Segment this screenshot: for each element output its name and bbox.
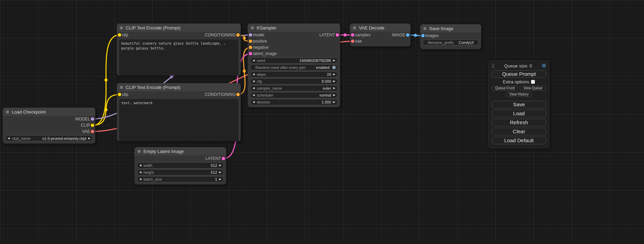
output-dot-latent[interactable] xyxy=(336,33,339,37)
widget-scheduler[interactable]: ◀ scheduler normal ▶ xyxy=(250,92,338,98)
increment-arrow-icon[interactable]: ▶ xyxy=(333,80,335,83)
decrement-arrow-icon[interactable]: ◀ xyxy=(253,87,255,90)
decrement-arrow-icon[interactable]: ◀ xyxy=(139,171,141,174)
node-title-bar[interactable]: Load Checkpoint xyxy=(3,108,95,116)
node-title-bar[interactable]: Empty Latent Image xyxy=(134,147,226,155)
node-collapse-dot[interactable] xyxy=(353,26,356,29)
increment-arrow-icon[interactable]: ▶ xyxy=(219,171,221,174)
increment-arrow-icon[interactable]: ▶ xyxy=(219,164,221,167)
output-dot-clip[interactable] xyxy=(91,124,94,127)
output-slot-model[interactable]: MODEL xyxy=(3,116,95,122)
node-collapse-dot[interactable] xyxy=(120,86,123,89)
output-dot-image[interactable] xyxy=(406,33,409,37)
node-title-bar[interactable]: CLIP Text Encode (Prompt) xyxy=(117,24,241,32)
decrement-arrow-icon[interactable]: ◀ xyxy=(253,59,255,62)
output-dot-vae[interactable] xyxy=(91,130,94,133)
output-slot-vae[interactable]: VAE xyxy=(3,128,95,135)
load-button[interactable]: Load xyxy=(492,110,546,117)
output-slot-latent[interactable]: LATENT xyxy=(134,155,226,162)
widget-name: width xyxy=(143,163,152,168)
increment-arrow-icon[interactable]: ▶ xyxy=(333,94,335,97)
node-clip-text-encode-positive[interactable]: CLIP Text Encode (Prompt) clip CONDITION… xyxy=(117,24,241,75)
input-dot-samples[interactable] xyxy=(351,33,354,37)
input-dot-images[interactable] xyxy=(421,34,425,37)
node-collapse-dot[interactable] xyxy=(423,27,426,30)
input-slot-negative[interactable]: negative xyxy=(248,44,340,51)
input-slot-images[interactable]: images xyxy=(420,33,481,39)
widget-height[interactable]: ◀ height 512 ▶ xyxy=(137,169,224,175)
node-vae-decode[interactable]: VAE Decode samples IMAGE vae xyxy=(350,24,411,46)
toggle-dot[interactable] xyxy=(332,66,336,69)
node-load-checkpoint[interactable]: Load Checkpoint MODEL CLIP VAE ◀ ckpt_na… xyxy=(3,108,95,144)
output-slot-clip[interactable]: CLIP xyxy=(3,122,95,128)
widget-seed[interactable]: ◀ seed 156680208700286 ▶ xyxy=(250,57,338,64)
node-ksampler[interactable]: KSampler model LATENT positive negative … xyxy=(248,24,340,107)
prompt-textarea[interactable]: beautiful scenery nature glass bottle la… xyxy=(119,39,238,75)
input-slot-positive[interactable]: positive xyxy=(248,38,340,44)
increment-arrow-icon[interactable]: ▶ xyxy=(333,101,335,103)
decrement-arrow-icon[interactable]: ◀ xyxy=(253,101,255,103)
prompt-textarea[interactable]: text, watermark xyxy=(119,99,238,141)
decrement-arrow-icon[interactable]: ◀ xyxy=(139,178,141,181)
increment-arrow-icon[interactable]: ▶ xyxy=(333,59,335,62)
node-title-bar[interactable]: VAE Decode xyxy=(350,24,411,32)
widget-width[interactable]: ◀ width 512 ▶ xyxy=(137,162,224,169)
input-slot-vae[interactable]: vae xyxy=(350,38,411,44)
queue-front-button[interactable]: Queue Front xyxy=(492,86,518,91)
widget-cfg[interactable]: ◀ cfg 8.000 ▶ xyxy=(250,78,338,84)
drag-handle-icon[interactable]: ⣿ xyxy=(492,63,495,68)
node-empty-latent-image[interactable]: Empty Latent Image LATENT ◀ width 512 ▶ … xyxy=(134,147,226,184)
widget-denoise[interactable]: ◀ denoise 1.000 ▶ xyxy=(250,99,338,105)
decrement-arrow-icon[interactable]: ◀ xyxy=(253,73,255,76)
node-collapse-dot[interactable] xyxy=(6,110,9,114)
output-dot-conditioning[interactable] xyxy=(236,93,240,96)
wire-midpoint-dot xyxy=(105,79,108,82)
widget-filename-prefix[interactable]: filename_prefix ComfyUI xyxy=(423,39,479,45)
input-dot-clip[interactable] xyxy=(118,93,121,96)
decrement-arrow-icon[interactable]: ◀ xyxy=(8,137,10,140)
input-slot-latent-image[interactable]: latent_image xyxy=(248,51,340,57)
increment-arrow-icon[interactable]: ▶ xyxy=(333,87,335,90)
settings-gear-icon[interactable]: ⚙ xyxy=(542,63,546,69)
output-dot-latent[interactable] xyxy=(222,157,225,160)
output-dot-conditioning[interactable] xyxy=(236,33,240,37)
input-dot-negative[interactable] xyxy=(249,46,252,49)
widget-sampler-name[interactable]: ◀ sampler_name euler ▶ xyxy=(250,85,338,91)
slot-row: model LATENT xyxy=(248,32,340,38)
node-collapse-dot[interactable] xyxy=(251,26,254,29)
queue-prompt-button[interactable]: Queue Prompt xyxy=(492,70,546,78)
widget-random-seed-toggle[interactable]: Random seed after every gen enabled xyxy=(250,64,338,71)
increment-arrow-icon[interactable]: ▶ xyxy=(333,73,335,76)
decrement-arrow-icon[interactable]: ◀ xyxy=(139,164,141,167)
node-clip-text-encode-negative[interactable]: CLIP Text Encode (Prompt) clip CONDITION… xyxy=(117,83,241,141)
view-queue-button[interactable]: View Queue xyxy=(520,86,546,91)
load-default-button[interactable]: Load Default xyxy=(492,137,546,144)
extra-options-checkbox[interactable] xyxy=(531,80,535,84)
input-dot-positive[interactable] xyxy=(249,39,252,43)
increment-arrow-icon[interactable]: ▶ xyxy=(219,178,221,181)
refresh-button[interactable]: Refresh xyxy=(492,119,546,126)
wire-midpoint-dot xyxy=(243,37,246,40)
node-title-bar[interactable]: CLIP Text Encode (Prompt) xyxy=(117,83,241,91)
clear-button[interactable]: Clear xyxy=(492,128,546,135)
widget-ckpt-name[interactable]: ◀ ckpt_name v1-5-pruned-emaonly.ckpt ▶ xyxy=(5,135,93,141)
input-dot-latent-image[interactable] xyxy=(249,52,252,55)
node-collapse-dot[interactable] xyxy=(138,150,141,153)
widget-steps[interactable]: ◀ steps 20 ▶ xyxy=(250,71,338,78)
node-title-bar[interactable]: KSampler xyxy=(248,24,340,32)
decrement-arrow-icon[interactable]: ◀ xyxy=(253,94,255,97)
increment-arrow-icon[interactable]: ▶ xyxy=(88,137,90,140)
input-dot-clip[interactable] xyxy=(118,33,121,37)
extra-options-label: Extra options xyxy=(503,79,529,84)
decrement-arrow-icon[interactable]: ◀ xyxy=(253,80,255,83)
node-title-bar[interactable]: Save Image xyxy=(420,24,481,33)
input-dot-vae[interactable] xyxy=(351,39,354,43)
node-graph-canvas[interactable]: Load Checkpoint MODEL CLIP VAE ◀ ckpt_na… xyxy=(0,0,644,244)
node-save-image[interactable]: Save Image images filename_prefix ComfyU… xyxy=(420,24,481,49)
output-dot-model[interactable] xyxy=(91,117,94,121)
view-history-button[interactable]: View History xyxy=(506,92,531,97)
save-button[interactable]: Save xyxy=(492,101,546,108)
input-dot-model[interactable] xyxy=(249,33,252,37)
widget-batch-size[interactable]: ◀ batch_size 1 ▶ xyxy=(137,176,224,182)
node-collapse-dot[interactable] xyxy=(120,26,123,29)
